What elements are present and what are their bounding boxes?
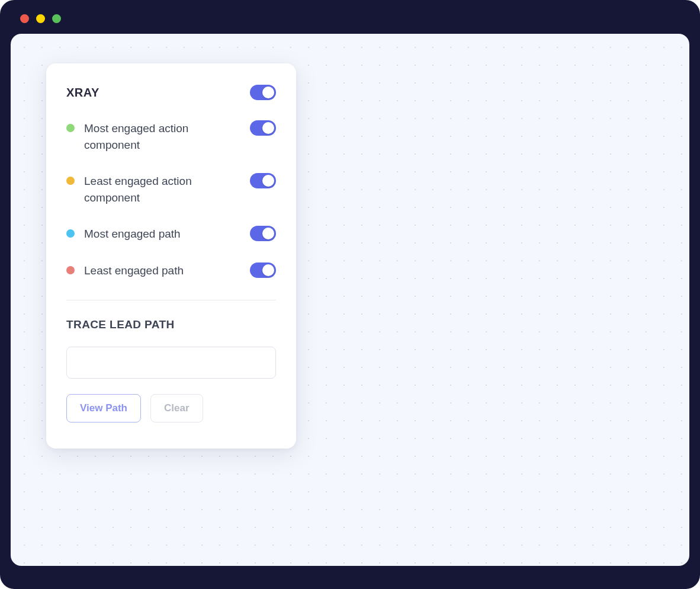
trace-section-title: TRACE LEAD PATH bbox=[66, 318, 276, 331]
window-frame: XRAY Most engaged action component Least… bbox=[0, 0, 700, 589]
view-path-button[interactable]: View Path bbox=[66, 394, 141, 422]
toggle-row-least-engaged-action: Least engaged action component bbox=[66, 173, 276, 206]
close-icon[interactable] bbox=[20, 14, 29, 23]
toggle-list: Most engaged action component Least enga… bbox=[66, 120, 276, 279]
legend-dot-least-engaged-action bbox=[66, 177, 75, 185]
toggle-label: Least engaged action component bbox=[84, 173, 226, 206]
panel-title: XRAY bbox=[66, 86, 99, 100]
toggle-row-most-engaged-action: Most engaged action component bbox=[66, 120, 276, 153]
toggle-label: Most engaged path bbox=[84, 226, 181, 242]
clear-button[interactable]: Clear bbox=[150, 394, 203, 422]
toggle-row-most-engaged-path: Most engaged path bbox=[66, 226, 276, 242]
xray-panel: XRAY Most engaged action component Least… bbox=[46, 63, 296, 449]
toggle-most-engaged-path[interactable] bbox=[250, 226, 276, 241]
toggle-label: Most engaged action component bbox=[84, 120, 226, 153]
trace-lead-input[interactable] bbox=[66, 347, 276, 379]
maximize-icon[interactable] bbox=[52, 14, 61, 23]
view-path-button-label: View Path bbox=[80, 402, 127, 414]
toggle-least-engaged-path[interactable] bbox=[250, 263, 276, 278]
xray-main-toggle[interactable] bbox=[250, 85, 276, 100]
divider bbox=[66, 300, 276, 300]
legend-dot-least-engaged-path bbox=[66, 266, 75, 274]
panel-header: XRAY bbox=[66, 85, 276, 100]
toggle-most-engaged-action[interactable] bbox=[250, 120, 276, 136]
legend-dot-most-engaged-path bbox=[66, 229, 75, 238]
legend-dot-most-engaged-action bbox=[66, 124, 75, 132]
minimize-icon[interactable] bbox=[36, 14, 45, 23]
trace-button-row: View Path Clear bbox=[66, 394, 276, 422]
toggle-row-least-engaged-path: Least engaged path bbox=[66, 263, 276, 279]
toggle-label: Least engaged path bbox=[84, 263, 184, 279]
viewport-canvas: XRAY Most engaged action component Least… bbox=[11, 34, 689, 566]
toggle-least-engaged-action[interactable] bbox=[250, 173, 276, 188]
clear-button-label: Clear bbox=[164, 402, 190, 414]
traffic-lights bbox=[11, 11, 689, 34]
